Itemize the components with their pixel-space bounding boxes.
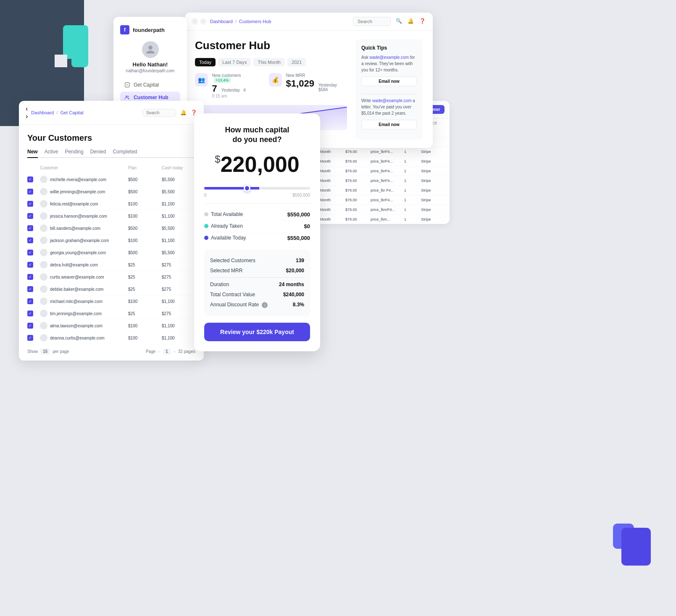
email-now-btn-1[interactable]: Email now xyxy=(361,76,417,86)
table-row[interactable]: ✓ michael.mitc@example.com $100 $1,100 xyxy=(27,295,195,308)
cp-search-input[interactable] xyxy=(142,109,176,117)
dollar-sign: $ xyxy=(215,153,220,165)
available-today-value: $550,000 xyxy=(287,235,310,241)
sum-divider-1 xyxy=(210,277,304,278)
row-checkbox[interactable]: ✓ xyxy=(27,286,33,292)
row-checkbox[interactable]: ✓ xyxy=(27,311,33,316)
row-email: jackson.graham@example.com xyxy=(50,238,109,243)
row-email: curtis.weaver@example.com xyxy=(50,275,104,279)
tp-row-paid: $79.00 xyxy=(345,179,371,183)
tips-divider xyxy=(361,94,417,94)
payout-button[interactable]: Review your $220k Payout xyxy=(204,323,310,341)
tab-2021[interactable]: 2021 xyxy=(287,58,306,66)
row-checkbox[interactable]: ✓ xyxy=(27,250,33,255)
capital-slider[interactable] xyxy=(204,187,310,190)
cp-breadcrumb-root[interactable]: Dashboard xyxy=(31,110,54,115)
tp-row-seats: 1 xyxy=(404,159,421,163)
breadcrumb-root[interactable]: Dashboard xyxy=(210,19,233,24)
table-row[interactable]: ✓ debbie.baker@example.com $25 $275 xyxy=(27,283,195,295)
tp-row-term: Month xyxy=(320,159,345,163)
table-row[interactable]: ✓ jackson.graham@example.com $100 $1,100 xyxy=(27,234,195,247)
email-now-btn-2[interactable]: Email now xyxy=(361,120,417,129)
cp-tab-new[interactable]: New xyxy=(27,149,38,158)
tab-today[interactable]: Today xyxy=(195,58,216,66)
row-cash: $1,100 xyxy=(162,214,195,218)
table-row[interactable]: Month $79.00 price_lbm... 1 Stripe xyxy=(315,215,450,224)
sidebar-item-get-capital[interactable]: Get Capital xyxy=(120,79,180,91)
new-mrr-label: New MRR xyxy=(286,73,347,78)
table-row[interactable]: ✓ debra.holt@example.com $25 $275 xyxy=(27,259,195,271)
customers-table-header: Customer Plan Cash today xyxy=(27,164,195,172)
total-available-value: $550,000 xyxy=(287,211,310,218)
cp-back-arrow[interactable]: ‹ xyxy=(26,105,28,113)
brand-row: f founderpath xyxy=(120,25,180,34)
total-contract-value: $240,000 xyxy=(283,292,304,297)
cp-tab-denied[interactable]: Denied xyxy=(90,149,106,157)
row-plan: $100 xyxy=(128,214,162,218)
tab-this-month[interactable]: This Month xyxy=(253,58,284,66)
hub-search-input[interactable] xyxy=(353,17,391,26)
tp-row-source: Stripe xyxy=(421,217,442,221)
row-checkbox[interactable]: ✓ xyxy=(27,237,33,243)
row-email: willie.jennings@example.com xyxy=(50,190,105,194)
help-icon[interactable]: ❓ xyxy=(419,18,426,25)
quick-tips-link2[interactable]: wade@example.com xyxy=(372,98,412,103)
search-icon[interactable]: 🔍 xyxy=(396,18,402,25)
table-row[interactable]: Month $79.00 price_lbrP4... 1 Stripe xyxy=(315,166,450,176)
table-row[interactable]: ✓ felicia.reid@example.com $100 $1,100 xyxy=(27,198,195,210)
table-row[interactable]: ✓ willie.jennings@example.com $500 $5,50… xyxy=(27,186,195,198)
prev-page-icon[interactable]: ← xyxy=(157,349,161,354)
row-checkbox[interactable]: ✓ xyxy=(27,335,33,341)
quick-tips-link1[interactable]: wade@example.com xyxy=(369,55,409,60)
table-row[interactable]: ✓ georgia.young@example.com $500 $5,500 xyxy=(27,247,195,259)
table-row[interactable]: Month $79.00 price_lbrP4... 1 Stripe xyxy=(315,195,450,205)
tp-row-paid: $79.00 xyxy=(345,208,371,212)
table-row[interactable]: Month $79.00 price_lbnrP4... 1 Stripe xyxy=(315,205,450,215)
cp-notification-icon[interactable]: 🔔 xyxy=(180,110,187,116)
cp-forward-arrow[interactable]: › xyxy=(26,113,28,120)
table-row[interactable]: ✓ alma.lawson@example.com $100 $1,100 xyxy=(27,320,195,332)
table-row[interactable]: Month $79.00 price_lbrP4... 1 Stripe xyxy=(315,147,450,157)
table-row[interactable]: ✓ tim.jennings@example.com $25 $275 xyxy=(27,308,195,320)
cp-breadcrumb-current: Get Capital xyxy=(60,110,83,115)
row-avatar xyxy=(40,310,47,317)
table-row[interactable]: ✓ bill.sanders@example.com $500 $5,500 xyxy=(27,222,195,234)
row-checkbox[interactable]: ✓ xyxy=(27,225,33,231)
cp-tab-pending[interactable]: Pending xyxy=(65,149,83,157)
info-icon: i xyxy=(262,302,268,308)
brand-name: founderpath xyxy=(133,27,165,33)
back-arrow[interactable]: ‹ xyxy=(192,18,198,25)
table-row[interactable]: Month $79.00 price_lbr P4... 1 Stripe xyxy=(315,186,450,195)
row-checkbox[interactable]: ✓ xyxy=(27,189,33,195)
cp-tab-active[interactable]: Active xyxy=(45,149,58,157)
user-avatar xyxy=(142,41,159,58)
row-checkbox[interactable]: ✓ xyxy=(27,298,33,304)
row-checkbox[interactable]: ✓ xyxy=(27,262,33,268)
table-row[interactable]: Month $79.00 price_lbrP4... 1 Stripe xyxy=(315,176,450,186)
available-today-dot xyxy=(204,236,208,240)
row-checkbox[interactable]: ✓ xyxy=(27,274,33,280)
row-checkbox[interactable]: ✓ xyxy=(27,213,33,219)
row-checkbox[interactable]: ✓ xyxy=(27,176,33,182)
cp-tab-completed[interactable]: Completed xyxy=(113,149,137,157)
row-cash: $275 xyxy=(162,311,195,316)
tp-row-source: Stripe xyxy=(421,159,442,163)
table-row[interactable]: ✓ jessica.hanson@example.com $100 $1,100 xyxy=(27,210,195,222)
notification-icon[interactable]: 🔔 xyxy=(408,18,414,25)
forward-arrow[interactable]: › xyxy=(200,18,207,25)
table-row[interactable]: ✓ deanna.curtis@example.com $100 $1,100 xyxy=(27,332,195,344)
tab-last7[interactable]: Last 7 Days xyxy=(218,58,251,66)
table-row[interactable]: ✓ curtis.weaver@example.com $25 $275 xyxy=(27,271,195,283)
tp-row-plan: price_lbrP4... xyxy=(371,179,404,183)
selected-customers-label: Selected Customers xyxy=(210,258,255,263)
table-row[interactable]: ✓ michelle.rivera@example.com $500 $5,50… xyxy=(27,174,195,186)
table-row[interactable]: Month $79.00 price_lbrP4... 1 Stripe xyxy=(315,157,450,166)
metric-total-available: Total Available $550,000 xyxy=(204,209,310,221)
new-customers-value: 7 xyxy=(212,84,217,94)
next-page-icon[interactable]: → xyxy=(172,349,176,354)
amount-value: 220,000 xyxy=(221,152,300,176)
row-plan: $100 xyxy=(128,202,162,206)
row-checkbox[interactable]: ✓ xyxy=(27,323,33,329)
total-available-dot xyxy=(204,212,208,216)
row-checkbox[interactable]: ✓ xyxy=(27,201,33,207)
